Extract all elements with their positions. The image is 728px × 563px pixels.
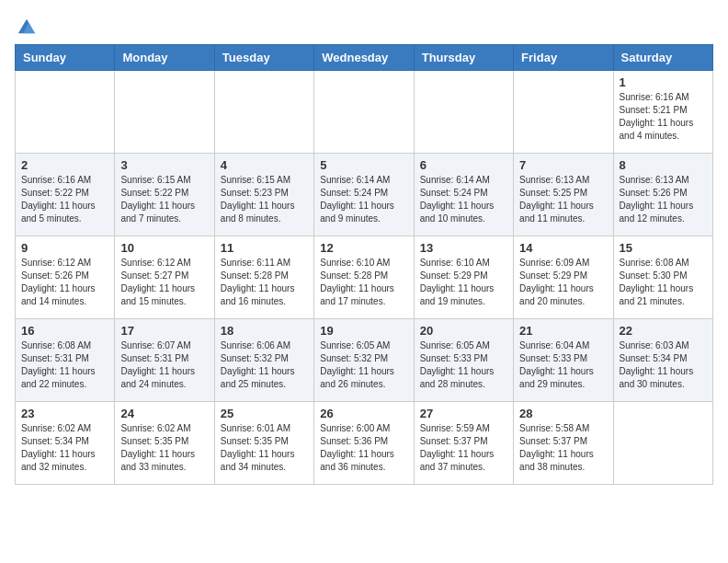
day-number: 24 [120, 407, 208, 420]
day-of-week-header: Tuesday [214, 45, 313, 71]
day-info: Sunrise: 6:16 AM Sunset: 5:22 PM Dayligh… [21, 174, 108, 225]
calendar-cell: 1Sunrise: 6:16 AM Sunset: 5:21 PM Daylig… [613, 71, 712, 154]
calendar-cell: 3Sunrise: 6:15 AM Sunset: 5:22 PM Daylig… [115, 154, 214, 236]
calendar-cell [514, 71, 613, 154]
calendar-cell: 26Sunrise: 6:00 AM Sunset: 5:36 PM Dayli… [314, 402, 414, 485]
calendar-cell: 16Sunrise: 6:08 AM Sunset: 5:31 PM Dayli… [16, 319, 115, 402]
calendar-cell: 21Sunrise: 6:04 AM Sunset: 5:33 PM Dayli… [514, 319, 613, 402]
day-info: Sunrise: 6:15 AM Sunset: 5:22 PM Dayligh… [120, 174, 208, 225]
calendar-cell: 27Sunrise: 5:59 AM Sunset: 5:37 PM Dayli… [414, 402, 513, 485]
page-header [15, 15, 713, 33]
calendar-cell [314, 71, 414, 154]
day-number: 19 [320, 324, 407, 338]
day-info: Sunrise: 6:06 AM Sunset: 5:32 PM Dayligh… [221, 339, 308, 391]
calendar-week-row: 16Sunrise: 6:08 AM Sunset: 5:31 PM Dayli… [16, 319, 713, 402]
calendar-cell: 2Sunrise: 6:16 AM Sunset: 5:22 PM Daylig… [16, 154, 115, 236]
calendar-cell: 11Sunrise: 6:11 AM Sunset: 5:28 PM Dayli… [214, 236, 313, 319]
day-info: Sunrise: 6:08 AM Sunset: 5:30 PM Dayligh… [620, 257, 707, 308]
calendar-week-row: 2Sunrise: 6:16 AM Sunset: 5:22 PM Daylig… [16, 154, 713, 236]
calendar-header-row: SundayMondayTuesdayWednesdayThursdayFrid… [16, 45, 713, 71]
calendar-week-row: 9Sunrise: 6:12 AM Sunset: 5:26 PM Daylig… [16, 236, 713, 319]
day-number: 28 [519, 407, 607, 420]
day-number: 17 [120, 324, 208, 338]
day-of-week-header: Friday [514, 45, 613, 71]
calendar-cell: 12Sunrise: 6:10 AM Sunset: 5:28 PM Dayli… [314, 236, 414, 319]
day-info: Sunrise: 5:59 AM Sunset: 5:37 PM Dayligh… [420, 422, 507, 474]
day-number: 26 [320, 407, 407, 420]
logo-icon [17, 17, 37, 37]
day-number: 15 [620, 241, 707, 255]
calendar-cell [214, 71, 313, 154]
calendar-table: SundayMondayTuesdayWednesdayThursdayFrid… [15, 44, 713, 485]
calendar-cell [613, 402, 712, 485]
logo [15, 15, 37, 33]
day-info: Sunrise: 6:02 AM Sunset: 5:35 PM Dayligh… [120, 422, 208, 474]
calendar-cell: 7Sunrise: 6:13 AM Sunset: 5:25 PM Daylig… [514, 154, 613, 236]
day-info: Sunrise: 6:09 AM Sunset: 5:29 PM Dayligh… [519, 257, 607, 308]
calendar-cell [414, 71, 513, 154]
day-number: 16 [21, 324, 108, 338]
calendar-cell: 13Sunrise: 6:10 AM Sunset: 5:29 PM Dayli… [414, 236, 513, 319]
day-info: Sunrise: 6:05 AM Sunset: 5:33 PM Dayligh… [420, 339, 507, 391]
day-info: Sunrise: 6:12 AM Sunset: 5:26 PM Dayligh… [21, 257, 108, 308]
day-number: 23 [21, 407, 108, 420]
calendar-cell: 8Sunrise: 6:13 AM Sunset: 5:26 PM Daylig… [613, 154, 712, 236]
day-info: Sunrise: 6:13 AM Sunset: 5:25 PM Dayligh… [519, 174, 607, 225]
day-number: 9 [21, 241, 108, 255]
calendar-cell: 15Sunrise: 6:08 AM Sunset: 5:30 PM Dayli… [613, 236, 712, 319]
day-number: 6 [420, 158, 507, 172]
day-number: 20 [420, 324, 507, 338]
day-info: Sunrise: 6:14 AM Sunset: 5:24 PM Dayligh… [320, 174, 407, 225]
day-info: Sunrise: 5:58 AM Sunset: 5:37 PM Dayligh… [519, 422, 607, 474]
day-number: 8 [620, 158, 707, 172]
calendar-week-row: 23Sunrise: 6:02 AM Sunset: 5:34 PM Dayli… [16, 402, 713, 485]
day-info: Sunrise: 6:15 AM Sunset: 5:23 PM Dayligh… [221, 174, 308, 225]
day-info: Sunrise: 6:01 AM Sunset: 5:35 PM Dayligh… [221, 422, 308, 474]
day-info: Sunrise: 6:00 AM Sunset: 5:36 PM Dayligh… [320, 422, 407, 474]
day-number: 3 [120, 158, 208, 172]
day-number: 21 [519, 324, 607, 338]
day-info: Sunrise: 6:14 AM Sunset: 5:24 PM Dayligh… [420, 174, 507, 225]
day-info: Sunrise: 6:07 AM Sunset: 5:31 PM Dayligh… [120, 339, 208, 391]
calendar-cell: 24Sunrise: 6:02 AM Sunset: 5:35 PM Dayli… [115, 402, 214, 485]
day-of-week-header: Sunday [16, 45, 115, 71]
day-number: 11 [221, 241, 308, 255]
calendar-week-row: 1Sunrise: 6:16 AM Sunset: 5:21 PM Daylig… [16, 71, 713, 154]
day-number: 14 [519, 241, 607, 255]
day-info: Sunrise: 6:08 AM Sunset: 5:31 PM Dayligh… [21, 339, 108, 391]
calendar-cell: 14Sunrise: 6:09 AM Sunset: 5:29 PM Dayli… [514, 236, 613, 319]
day-of-week-header: Thursday [414, 45, 513, 71]
day-number: 4 [221, 158, 308, 172]
calendar-cell: 17Sunrise: 6:07 AM Sunset: 5:31 PM Dayli… [115, 319, 214, 402]
day-number: 27 [420, 407, 507, 420]
day-number: 25 [221, 407, 308, 420]
day-info: Sunrise: 6:02 AM Sunset: 5:34 PM Dayligh… [21, 422, 108, 474]
day-info: Sunrise: 6:12 AM Sunset: 5:27 PM Dayligh… [120, 257, 208, 308]
day-number: 1 [620, 75, 707, 89]
calendar-cell: 19Sunrise: 6:05 AM Sunset: 5:32 PM Dayli… [314, 319, 414, 402]
day-number: 22 [620, 324, 707, 338]
day-info: Sunrise: 6:10 AM Sunset: 5:28 PM Dayligh… [320, 257, 407, 308]
day-number: 10 [120, 241, 208, 255]
calendar-cell: 23Sunrise: 6:02 AM Sunset: 5:34 PM Dayli… [16, 402, 115, 485]
day-info: Sunrise: 6:04 AM Sunset: 5:33 PM Dayligh… [519, 339, 607, 391]
calendar-cell: 20Sunrise: 6:05 AM Sunset: 5:33 PM Dayli… [414, 319, 513, 402]
calendar-cell: 4Sunrise: 6:15 AM Sunset: 5:23 PM Daylig… [214, 154, 313, 236]
calendar-cell [16, 71, 115, 154]
day-info: Sunrise: 6:10 AM Sunset: 5:29 PM Dayligh… [420, 257, 507, 308]
calendar-cell: 5Sunrise: 6:14 AM Sunset: 5:24 PM Daylig… [314, 154, 414, 236]
calendar-cell: 9Sunrise: 6:12 AM Sunset: 5:26 PM Daylig… [16, 236, 115, 319]
calendar-cell: 6Sunrise: 6:14 AM Sunset: 5:24 PM Daylig… [414, 154, 513, 236]
calendar-cell [115, 71, 214, 154]
day-info: Sunrise: 6:13 AM Sunset: 5:26 PM Dayligh… [620, 174, 707, 225]
day-number: 13 [420, 241, 507, 255]
calendar-cell: 22Sunrise: 6:03 AM Sunset: 5:34 PM Dayli… [613, 319, 712, 402]
day-info: Sunrise: 6:03 AM Sunset: 5:34 PM Dayligh… [620, 339, 707, 391]
calendar-cell: 18Sunrise: 6:06 AM Sunset: 5:32 PM Dayli… [214, 319, 313, 402]
calendar-cell: 25Sunrise: 6:01 AM Sunset: 5:35 PM Dayli… [214, 402, 313, 485]
calendar-cell: 10Sunrise: 6:12 AM Sunset: 5:27 PM Dayli… [115, 236, 214, 319]
day-number: 7 [519, 158, 607, 172]
day-info: Sunrise: 6:05 AM Sunset: 5:32 PM Dayligh… [320, 339, 407, 391]
day-number: 18 [221, 324, 308, 338]
day-info: Sunrise: 6:11 AM Sunset: 5:28 PM Dayligh… [221, 257, 308, 308]
